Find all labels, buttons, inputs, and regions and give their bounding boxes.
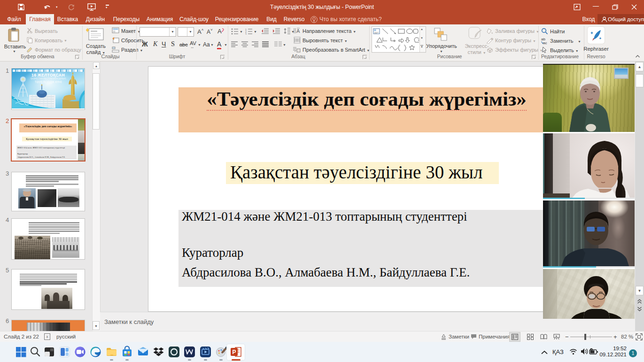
svg-text:3: 3 <box>245 33 247 35</box>
svg-text:А: А <box>217 28 222 35</box>
svg-text:А: А <box>296 28 300 34</box>
svg-text:P: P <box>233 349 236 355</box>
svg-text:ac: ac <box>543 41 547 45</box>
